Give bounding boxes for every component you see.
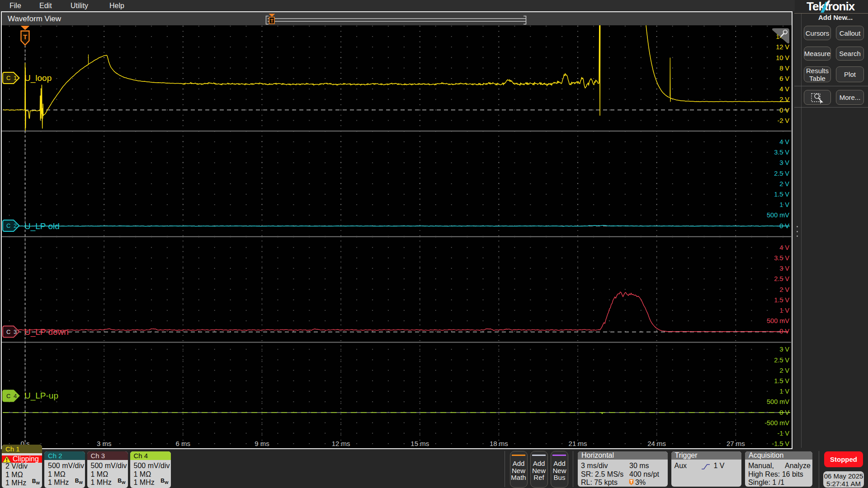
svg-text:1 V: 1 V	[779, 201, 789, 208]
svg-text:2.5 V: 2.5 V	[774, 170, 789, 177]
svg-text:3 V: 3 V	[779, 346, 789, 353]
svg-text:C 4: C 4	[6, 393, 18, 399]
svg-text:C 1: C 1	[6, 75, 18, 81]
svg-text:500 mV: 500 mV	[767, 211, 789, 219]
svg-text:U_LP down: U_LP down	[24, 327, 69, 337]
svg-text:-1.5 V: -1.5 V	[772, 440, 789, 447]
svg-text:1.5 V: 1.5 V	[774, 377, 789, 385]
svg-text:Tektronix: Tektronix	[807, 0, 855, 13]
svg-text:1 V: 1 V	[779, 307, 789, 314]
svg-text:4 V: 4 V	[779, 85, 789, 93]
svg-text:-500 mV: -500 mV	[764, 419, 789, 427]
svg-text:C 3: C 3	[6, 328, 18, 335]
svg-text:24 ms: 24 ms	[647, 440, 666, 447]
svg-text:12 V: 12 V	[776, 43, 789, 51]
svg-text:4 V: 4 V	[779, 138, 789, 145]
svg-text:10 V: 10 V	[776, 54, 789, 61]
svg-text:U_LP old: U_LP old	[24, 221, 60, 231]
svg-text:0 V: 0 V	[779, 328, 789, 335]
svg-text:0 V: 0 V	[779, 222, 789, 230]
svg-text:2 V: 2 V	[779, 180, 789, 188]
svg-text:U_loop: U_loop	[24, 73, 52, 83]
svg-text:18 ms: 18 ms	[490, 440, 508, 447]
svg-text:3 V: 3 V	[779, 159, 789, 166]
svg-text:0 V: 0 V	[779, 107, 789, 114]
svg-text:3 ms: 3 ms	[97, 440, 112, 447]
svg-text:2.5 V: 2.5 V	[774, 275, 789, 282]
svg-text:500 mV: 500 mV	[767, 317, 789, 324]
svg-text:3 V: 3 V	[779, 265, 789, 272]
svg-text:4 V: 4 V	[779, 244, 789, 251]
svg-text:-1 V: -1 V	[777, 430, 789, 437]
svg-text:1 V: 1 V	[779, 388, 789, 395]
svg-text:1.5 V: 1.5 V	[774, 296, 789, 304]
svg-text:-2 V: -2 V	[777, 117, 789, 124]
svg-text:6 V: 6 V	[779, 75, 789, 82]
svg-text:1.5 V: 1.5 V	[774, 191, 789, 198]
svg-text:0 V: 0 V	[779, 409, 789, 416]
svg-text:15 ms: 15 ms	[410, 440, 429, 447]
svg-text:21 ms: 21 ms	[569, 440, 587, 447]
svg-text:2 V: 2 V	[779, 367, 789, 374]
svg-text:3.5 V: 3.5 V	[774, 254, 789, 262]
svg-text:8 V: 8 V	[779, 65, 789, 72]
svg-text:C 2: C 2	[6, 222, 18, 229]
svg-text:T: T	[23, 33, 27, 41]
svg-text:6 ms: 6 ms	[176, 440, 191, 447]
svg-text:3.5 V: 3.5 V	[774, 149, 789, 156]
svg-text:500 mV: 500 mV	[767, 398, 789, 405]
svg-text:9 ms: 9 ms	[255, 440, 269, 447]
svg-text:U_LP-up: U_LP-up	[24, 391, 58, 401]
svg-text:2 V: 2 V	[779, 96, 789, 103]
svg-text:12 ms: 12 ms	[332, 440, 350, 447]
svg-text:2.5 V: 2.5 V	[774, 357, 789, 364]
svg-text:2 V: 2 V	[779, 286, 789, 293]
svg-text:27 ms: 27 ms	[726, 440, 745, 447]
svg-text:T: T	[270, 18, 274, 23]
